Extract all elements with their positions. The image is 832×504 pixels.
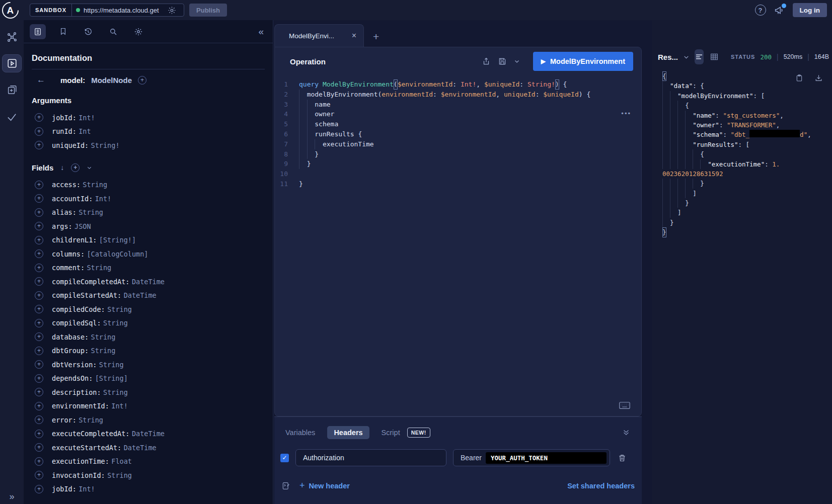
field-name[interactable]: error: — [52, 416, 77, 424]
argument-type[interactable]: String! — [91, 141, 120, 149]
collections-icon[interactable] — [0, 79, 24, 100]
add-type-icon[interactable]: + — [138, 76, 146, 85]
add-field-icon[interactable]: + — [35, 277, 43, 286]
field-name[interactable]: dependsOn: — [52, 374, 93, 382]
add-field-icon[interactable]: + — [35, 457, 43, 466]
add-field-icon[interactable]: + — [35, 332, 43, 341]
add-all-fields-icon[interactable]: + — [71, 163, 80, 172]
endpoint-settings-gear-icon[interactable] — [168, 6, 176, 15]
collapse-docs-icon[interactable]: « — [258, 26, 267, 37]
field-name[interactable]: dbtVersion: — [52, 361, 97, 369]
run-operation-button[interactable]: ▶ ModelByEnvironment — [533, 52, 633, 71]
schema-graph-icon[interactable] — [0, 27, 24, 47]
field-name[interactable]: executionTime: — [52, 457, 109, 465]
field-name[interactable]: compiledSql: — [52, 319, 101, 327]
login-button[interactable]: Log in — [793, 3, 827, 17]
saved-operations-bookmark-icon[interactable] — [55, 24, 71, 39]
field-type[interactable]: [String!] — [99, 236, 136, 244]
field-type[interactable]: Int! — [111, 402, 128, 410]
field-name[interactable]: args: — [52, 222, 72, 230]
field-type[interactable]: String — [99, 361, 124, 369]
argument-name[interactable]: runId: — [52, 127, 77, 135]
field-name[interactable]: executeStartedAt: — [52, 444, 121, 452]
search-icon[interactable] — [105, 24, 121, 39]
header-name-input[interactable]: Authorization — [295, 449, 446, 466]
field-type[interactable]: DateTime — [132, 278, 165, 286]
field-type[interactable]: String — [107, 471, 132, 479]
field-name[interactable]: database: — [52, 333, 89, 341]
argument-name[interactable]: jobId: — [52, 114, 77, 122]
argument-name[interactable]: uniqueId: — [52, 141, 89, 149]
bottom-tab[interactable]: Headers — [327, 426, 369, 439]
save-operation-icon[interactable] — [498, 57, 507, 66]
field-name[interactable]: comment: — [52, 264, 85, 272]
field-name[interactable]: access: — [52, 181, 81, 189]
help-icon[interactable]: ? — [755, 5, 766, 16]
header-enabled-checkbox[interactable]: ✓ — [280, 454, 289, 462]
field-name[interactable]: childrenL1: — [52, 236, 97, 244]
field-type[interactable]: String — [103, 319, 128, 327]
checks-icon[interactable] — [0, 107, 24, 127]
add-field-icon[interactable]: + — [35, 249, 43, 258]
add-field-icon[interactable]: + — [35, 181, 43, 189]
copy-response-icon[interactable] — [795, 73, 803, 82]
bottom-tab[interactable]: Script — [382, 429, 400, 437]
new-header-button[interactable]: + New header — [299, 480, 350, 491]
back-arrow-icon[interactable]: ← — [37, 75, 45, 85]
auth-token-value[interactable]: YOUR_AUTH_TOKEN — [486, 452, 607, 464]
field-name[interactable]: compileCompletedAt: — [52, 278, 129, 286]
download-response-icon[interactable] — [814, 73, 823, 82]
field-type[interactable]: Float — [111, 457, 132, 465]
field-type[interactable]: [CatalogColumn] — [87, 250, 148, 258]
add-argument-icon[interactable]: + — [35, 127, 43, 136]
endpoint-url[interactable]: https://metadata.cloud.get — [84, 7, 164, 14]
add-field-icon[interactable]: + — [35, 291, 43, 300]
add-field-icon[interactable]: + — [35, 264, 43, 272]
response-json-viewer[interactable]: {"data": {"modelByEnvironment": [{"name"… — [652, 67, 832, 237]
announcements-megaphone-icon[interactable] — [774, 5, 785, 16]
field-type[interactable]: String — [79, 416, 103, 424]
add-field-icon[interactable]: + — [35, 305, 43, 313]
field-name[interactable]: compiledCode: — [52, 305, 105, 313]
add-field-icon[interactable]: + — [35, 360, 43, 369]
bottom-tab[interactable]: Variables — [285, 429, 315, 437]
add-field-icon[interactable]: + — [35, 347, 43, 355]
header-value-input[interactable]: Bearer YOUR_AUTH_TOKEN — [453, 449, 610, 466]
field-name[interactable]: description: — [52, 388, 101, 396]
add-field-icon[interactable]: + — [35, 430, 43, 438]
documentation-tab-icon[interactable] — [30, 24, 46, 39]
field-name[interactable]: columns: — [52, 250, 85, 258]
add-field-icon[interactable]: + — [35, 222, 43, 230]
field-type[interactable]: String — [83, 181, 107, 189]
field-type[interactable]: JSON — [74, 222, 91, 230]
field-name[interactable]: alias: — [52, 208, 77, 216]
add-field-icon[interactable]: + — [35, 194, 43, 203]
response-dropdown-chevron-icon[interactable] — [683, 54, 690, 60]
expand-rail-icon[interactable]: » — [0, 491, 24, 502]
endpoint-input[interactable]: https://metadata.cloud.get — [72, 6, 184, 15]
field-type[interactable]: String — [87, 264, 111, 272]
new-tab-icon[interactable]: + — [373, 31, 379, 47]
explorer-play-icon[interactable] — [2, 54, 22, 72]
field-type[interactable]: String — [91, 333, 116, 341]
field-type[interactable]: Int! — [95, 195, 112, 203]
delete-header-trash-icon[interactable] — [618, 453, 627, 463]
raw-view-toggle-icon[interactable] — [695, 49, 704, 64]
add-field-icon[interactable]: + — [35, 471, 43, 479]
settings-gear-icon[interactable] — [130, 24, 146, 39]
history-icon[interactable] — [80, 24, 96, 39]
field-name[interactable]: compileStartedAt: — [52, 291, 121, 299]
close-tab-icon[interactable]: × — [352, 31, 356, 40]
argument-type[interactable]: Int! — [79, 114, 95, 122]
add-field-icon[interactable]: + — [35, 236, 43, 244]
sort-fields-icon[interactable]: ↓ — [60, 163, 64, 172]
add-field-icon[interactable]: + — [35, 208, 43, 217]
add-field-icon[interactable]: + — [35, 374, 43, 383]
save-options-chevron-icon[interactable] — [514, 58, 520, 64]
share-operation-icon[interactable] — [482, 57, 491, 66]
field-name[interactable]: invocationId: — [52, 471, 105, 479]
field-name[interactable]: jobId: — [52, 485, 77, 493]
field-type[interactable]: String — [79, 208, 103, 216]
graphql-editor[interactable]: 1query ModelByEnvironment($environmentId… — [275, 75, 641, 189]
field-name[interactable]: executeCompletedAt: — [52, 430, 129, 438]
